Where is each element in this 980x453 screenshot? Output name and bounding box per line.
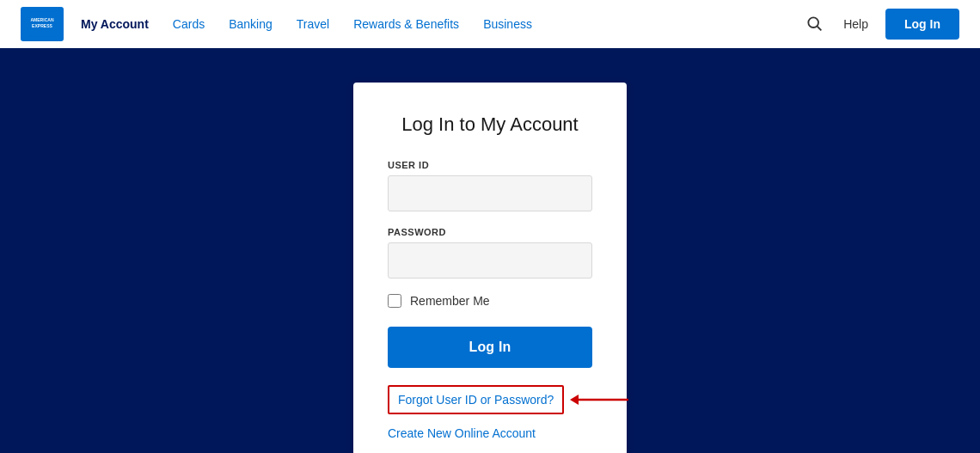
login-card: Log In to My Account USER ID PASSWORD Re…	[353, 83, 627, 453]
forgot-link-box: Forgot User ID or Password?	[388, 385, 564, 414]
links-section: Forgot User ID or Password? Create New O…	[388, 385, 592, 440]
main-content: Log In to My Account USER ID PASSWORD Re…	[0, 48, 980, 453]
login-button[interactable]: Log In	[388, 327, 592, 368]
nav-my-account[interactable]: My Account	[81, 17, 149, 31]
nav-rewards-benefits[interactable]: Rewards & Benefits	[353, 17, 459, 31]
help-link[interactable]: Help	[843, 17, 868, 31]
header-right: Help Log In	[802, 9, 959, 40]
svg-text:AMERICAN: AMERICAN	[30, 17, 53, 22]
nav-banking[interactable]: Banking	[229, 17, 273, 31]
user-id-input[interactable]	[388, 175, 592, 211]
remember-me-checkbox[interactable]	[388, 294, 401, 308]
remember-me-label: Remember Me	[410, 294, 490, 308]
card-title: Log In to My Account	[388, 113, 592, 136]
nav-travel[interactable]: Travel	[297, 17, 329, 31]
svg-text:EXPRESS: EXPRESS	[32, 23, 52, 28]
header-login-button[interactable]: Log In	[885, 9, 959, 40]
annotation-arrow	[568, 387, 641, 413]
forgot-password-link[interactable]: Forgot User ID or Password?	[398, 393, 554, 407]
user-id-label: USER ID	[388, 160, 592, 170]
svg-point-3	[809, 17, 819, 28]
svg-line-4	[818, 26, 822, 30]
create-account-link[interactable]: Create New Online Account	[388, 426, 536, 440]
header: AMERICAN EXPRESS My Account Cards Bankin…	[0, 0, 980, 48]
password-label: PASSWORD	[388, 227, 592, 237]
nav-cards[interactable]: Cards	[173, 17, 205, 31]
svg-marker-6	[570, 395, 579, 405]
password-input[interactable]	[388, 242, 592, 279]
remember-me-row: Remember Me	[388, 294, 592, 308]
amex-logo[interactable]: AMERICAN EXPRESS	[21, 7, 64, 41]
nav-business[interactable]: Business	[483, 17, 532, 31]
search-button[interactable]	[802, 11, 826, 38]
main-nav: My Account Cards Banking Travel Rewards …	[81, 17, 802, 31]
search-icon	[805, 15, 823, 32]
